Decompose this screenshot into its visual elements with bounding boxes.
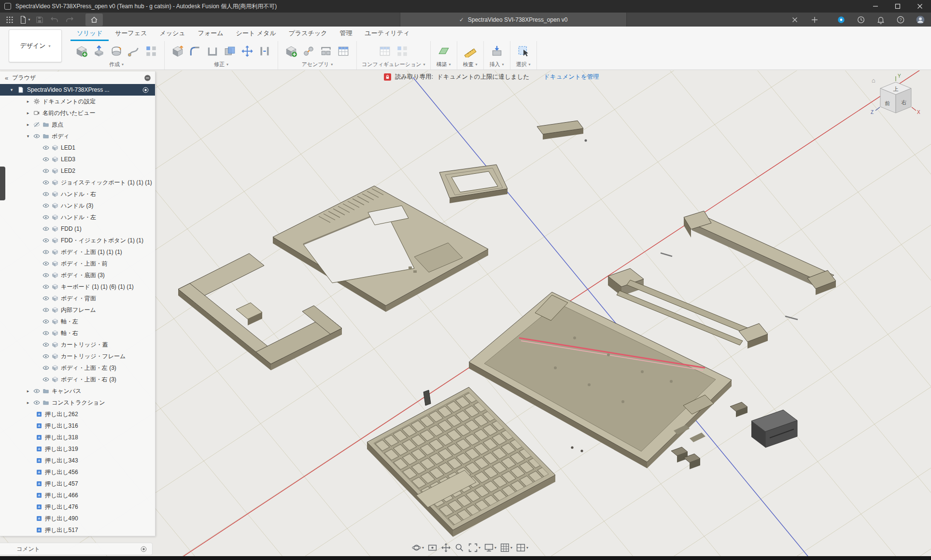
move-copy-icon[interactable] [239,42,255,60]
body-row[interactable]: FDD (1) [0,223,155,235]
feature-row[interactable]: 押し出し456 [0,466,155,478]
tree-item-label[interactable]: 押し出し476 [45,503,78,511]
visibility-eye-icon[interactable] [42,283,49,290]
ribbon-tab[interactable]: メッシュ [153,27,191,41]
panel-handle[interactable] [0,167,5,200]
visibility-eye-icon[interactable] [42,330,49,336]
visibility-eye-icon[interactable] [42,202,49,209]
viewcube-top-face[interactable]: 上 [893,86,899,92]
tree-item-label[interactable]: 軸・左 [61,318,78,326]
body-row[interactable]: カートリッジ・フレーム [0,350,155,362]
tree-item-label[interactable]: 内部フレーム [61,306,96,314]
viewcube-home-icon[interactable]: ⌂ [872,77,875,84]
configure-icon[interactable] [377,42,393,60]
visibility-eye-icon[interactable] [42,214,49,221]
body-row[interactable]: ボディ・上面 (1) (1) (1) [0,246,155,258]
status-icon[interactable] [834,14,848,26]
tree-node[interactable]: ▸ドキュメントの設定 [0,96,155,107]
tree-node[interactable]: ▾ボディ [0,130,155,142]
undo-icon[interactable] [48,14,61,26]
tree-node[interactable]: ▸キャンバス [0,385,155,397]
body-row[interactable]: 軸・左 [0,316,155,327]
tree-item-label[interactable]: ハンドル・左 [61,213,96,222]
revolve-icon[interactable] [108,42,125,60]
joint-icon[interactable] [300,42,317,60]
root-component-row[interactable]: ▾ SpectraVideo SVI-738XPress ... [0,84,155,96]
ribbon-group-label[interactable]: コンフィギュレーション▾ [362,61,425,68]
body-row[interactable]: キーボード (1) (1) (6) (1) (1) [0,281,155,293]
body-row[interactable]: ハンドル・右 [0,188,155,200]
ribbon-group-label[interactable]: 選択▾ [516,61,531,68]
insert-icon[interactable] [489,42,505,60]
ribbon-tab[interactable]: ユーティリティ [359,27,416,41]
tree-item-label[interactable]: FDD (1) [61,225,82,232]
visibility-eye-icon[interactable] [33,388,40,394]
feature-row[interactable]: 押し出し318 [0,432,155,443]
body-row[interactable]: LED3 [0,154,155,165]
activate-component-radio[interactable] [142,86,149,94]
feature-row[interactable]: 押し出し490 [0,513,155,524]
close-button[interactable] [909,0,931,13]
feature-row[interactable]: 押し出し466 [0,490,155,501]
visibility-eye-icon[interactable] [33,121,40,128]
body-row[interactable]: ボディ・底面 (3) [0,269,155,281]
viewports-icon[interactable]: ▾ [516,543,528,553]
ribbon-group-label[interactable]: 構築▾ [437,61,451,68]
tree-item-label[interactable]: LED2 [61,168,75,174]
tree-expand-arrow[interactable]: ▸ [25,389,31,393]
ribbon-tab[interactable]: シート メタル [230,27,282,41]
fit-icon[interactable]: ▾ [468,543,480,553]
tree-item-label[interactable]: カートリッジ・フレーム [61,352,126,361]
tree-item-label[interactable]: 押し出し319 [45,445,78,453]
tree-expand-arrow[interactable]: ▸ [25,111,31,115]
ribbon-tab[interactable]: ソリッド [71,27,109,41]
visibility-eye-icon[interactable] [42,364,49,371]
ribbon-group-label[interactable]: 修正▾ [214,61,228,68]
collapse-browser-icon[interactable]: « [5,74,8,82]
tree-item-label[interactable]: カートリッジ・蓋 [61,341,108,349]
shell-icon[interactable] [204,42,221,60]
construction-plane-icon[interactable] [436,42,452,60]
pan-icon[interactable] [441,543,451,553]
tree-expand-arrow[interactable]: ▸ [25,400,31,405]
visibility-eye-icon[interactable] [42,249,49,255]
visibility-eye-icon[interactable] [42,156,49,163]
tree-item-label[interactable]: 押し出し517 [45,526,78,534]
body-row[interactable]: 軸・右 [0,327,155,339]
extrude-icon[interactable] [91,42,107,60]
tree-item-label[interactable]: ボディ・上面・右 (3) [61,376,116,384]
look-at-icon[interactable] [427,543,437,553]
tree-item-label[interactable]: 押し出し262 [45,410,78,419]
motion-study-icon[interactable] [335,42,352,60]
tree-item-label[interactable]: ボディ・上面 (1) (1) (1) [61,248,122,256]
tree-item-label[interactable]: 押し出し316 [45,422,78,430]
visibility-eye-icon[interactable] [42,191,49,197]
tree-item-label[interactable]: コンストラクション [52,399,105,407]
feature-row[interactable]: 押し出し476 [0,501,155,513]
tree-item-label[interactable]: LED1 [61,144,75,151]
visibility-eye-icon[interactable] [42,260,49,267]
root-component-label[interactable]: SpectraVideo SVI-738XPress ... [27,86,139,93]
tree-item-label[interactable]: ハンドル (3) [61,202,93,210]
notifications-icon[interactable] [874,14,888,26]
ribbon-group-label[interactable]: 検査▾ [463,61,478,68]
tree-item-label[interactable]: ドキュメントの設定 [42,98,96,106]
tree-expand-arrow[interactable]: ▸ [25,122,31,127]
body-row[interactable]: FDD・イジェクトボタン (1) (1) [0,235,155,246]
redo-icon[interactable] [63,14,76,26]
viewcube-right-face[interactable]: 右 [902,99,907,105]
close-tab-icon[interactable] [788,14,802,26]
sweep-icon[interactable] [126,42,142,60]
visibility-eye-icon[interactable] [42,318,49,325]
tree-node[interactable]: ▸原点 [0,119,155,130]
document-tab[interactable]: ✓ SpectraVideo SVI-738XPress_open v0 [400,13,627,27]
ribbon-group-label[interactable]: 挿入▾ [490,61,504,68]
manage-documents-link[interactable]: ドキュメントを管理 [544,73,599,81]
tree-item-label[interactable]: 押し出し490 [45,515,78,523]
combine-icon[interactable] [222,42,238,60]
visibility-eye-icon[interactable] [33,133,40,140]
body-row[interactable]: LED2 [0,165,155,177]
feature-row[interactable]: 押し出し457 [0,478,155,490]
visibility-eye-icon[interactable] [42,376,49,383]
app-grid-icon[interactable] [3,14,16,26]
